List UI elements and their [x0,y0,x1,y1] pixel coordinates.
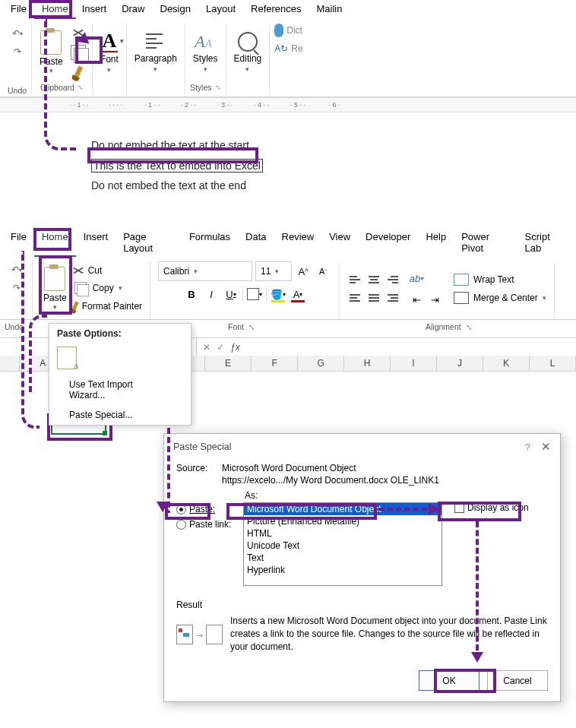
alignment-grid[interactable] [347,271,400,306]
as-option-hyperlink[interactable]: Hyperlink [244,564,441,576]
as-option-word-object[interactable]: Microsoft Word Document Object [244,503,441,515]
font-dropdown[interactable]: A▾ Font ▾ [97,24,122,81]
word-document-body[interactable]: Do not embed the text at the start This … [0,112,576,196]
paste-radio[interactable]: Paste: [176,504,239,514]
dialog-launcher-icon[interactable]: ⤡ [215,84,221,91]
ok-button[interactable]: OK [419,670,479,691]
excel-tab-formulas[interactable]: Formulas [182,228,238,257]
fill-color-button[interactable]: 🪣▾ [270,286,286,302]
styles-dropdown[interactable]: AA Styles ▾ [190,24,221,81]
excel-tab-data[interactable]: Data [238,228,274,257]
fx-icon[interactable]: ƒx [230,342,240,353]
dialog-launcher-icon[interactable]: ⤡ [466,323,472,331]
increase-indent-button[interactable]: ⇥ [426,291,443,308]
display-as-icon-checkbox[interactable]: Display as icon [454,502,529,513]
paste-option-keep-text-icon[interactable] [57,347,77,369]
excel-format-painter-button[interactable]: Format Painter [73,300,142,312]
doc-text-before[interactable]: Do not embed the text at the start [91,135,576,156]
col-header-k[interactable]: K [483,356,530,371]
excel-tab-help[interactable]: Help [418,228,454,257]
dialog-close-button[interactable]: ✕ [541,440,551,454]
word-paste-button[interactable]: Paste ▾ [36,29,66,76]
decrease-font-button[interactable]: Aˇ [315,263,331,280]
word-tab-design[interactable]: Design [153,0,198,19]
excel-redo-button[interactable]: ↷ [9,281,24,295]
select-all-cell[interactable] [0,356,20,371]
reuse-button[interactable]: A↻Re [274,43,302,54]
word-tab-file[interactable]: File [3,0,34,19]
orientation-button[interactable]: ab▾ [408,270,425,286]
enter-formula-icon[interactable]: ✓ [217,342,224,353]
annotation-arrowhead [157,502,169,512]
doc-text-after[interactable]: Do not embed the text at the end [91,176,576,196]
cancel-button[interactable]: Cancel [487,670,548,691]
col-header-i[interactable]: I [391,356,437,371]
align-bottom-center[interactable] [366,290,382,306]
col-header-j[interactable]: J [437,356,483,371]
italic-button[interactable]: I [203,286,220,302]
excel-paste-button[interactable]: Paste ▾ [40,265,70,312]
wrap-text-button[interactable]: Wrap Text [454,274,546,286]
merge-center-button[interactable]: Merge & Center▾ [454,292,546,304]
bold-button[interactable]: B [183,286,200,302]
excel-tab-insert[interactable]: Insert [76,228,116,257]
format-painter-button[interactable] [69,63,87,81]
font-color-button[interactable]: A▾ [290,286,306,302]
dialog-launcher-icon[interactable]: ⤡ [248,323,255,331]
decrease-indent-button[interactable]: ⇤ [408,291,425,308]
font-name-combo[interactable]: Calibri▾ [158,261,252,281]
align-bottom-left[interactable] [347,290,364,306]
dialog-launcher-icon[interactable]: ⤡ [78,84,84,91]
as-option-html[interactable]: HTML [244,527,441,540]
excel-undo-button[interactable]: ↶▾ [9,263,24,277]
as-option-unicode[interactable]: Unicode Text [244,540,441,552]
underline-button[interactable]: U▾ [223,286,239,302]
borders-button[interactable]: ▾ [246,286,263,302]
excel-tab-script-lab[interactable]: Script Lab [517,228,574,257]
formula-input[interactable] [246,338,576,356]
word-tab-references[interactable]: References [243,0,309,19]
word-tab-layout[interactable]: Layout [198,0,243,19]
align-top-right[interactable] [384,271,400,288]
col-header-g[interactable]: G [298,356,344,371]
as-option-text[interactable]: Text [244,552,441,564]
checkbox-icon [454,503,464,513]
excel-tab-page-layout[interactable]: Page Layout [116,228,182,257]
excel-tab-view[interactable]: View [321,228,358,257]
font-size-combo[interactable]: 11▾ [255,261,292,281]
paragraph-dropdown[interactable]: Paragraph ▾ [131,24,180,81]
dictate-button[interactable]: Dict [274,24,302,37]
dialog-help-button[interactable]: ? [525,442,530,453]
word-ruler[interactable]: · · 1 · ·· · · ·· 1 · ·· 2 · ·· 3 · ·· 4… [0,97,576,112]
excel-tab-power-pivot[interactable]: Power Pivot [454,228,517,257]
alignment-group-label: Alignment [426,322,461,331]
align-top-center[interactable] [366,271,382,288]
excel-tab-developer[interactable]: Developer [358,228,418,257]
paste-special-item[interactable]: Paste Special... [49,405,191,425]
excel-tab-home[interactable]: Home [34,228,76,257]
word-tab-mailings[interactable]: Mailin [309,0,350,19]
excel-cut-button[interactable]: Cut [73,265,142,276]
col-header-l[interactable]: L [530,356,576,371]
redo-icon[interactable]: ↷ [10,45,25,59]
align-top-left[interactable] [347,271,364,288]
excel-copy-button[interactable]: Copy▾ [73,280,142,296]
col-header-e[interactable]: E [205,356,252,371]
editing-dropdown[interactable]: Editing ▾ [231,24,265,81]
word-tab-insert[interactable]: Insert [74,0,115,19]
as-option-picture[interactable]: Picture (Enhanced Metafile) [244,515,441,527]
cancel-formula-icon[interactable]: ✕ [203,342,210,353]
text-import-wizard-item[interactable]: Use Text Import Wizard... [49,375,191,405]
word-tab-home[interactable]: Home [34,0,76,19]
undo-icon[interactable]: ↶▾ [10,27,25,40]
excel-tab-file[interactable]: File [3,228,34,257]
as-listbox[interactable]: Microsoft Word Document Object Picture (… [243,502,442,586]
doc-text-selected[interactable]: This is the Text to embed into Excel [91,159,263,173]
paste-link-radio[interactable]: Paste link: [176,519,239,530]
col-header-f[interactable]: F [252,356,298,371]
col-header-h[interactable]: H [344,356,391,371]
excel-tab-review[interactable]: Review [274,228,322,257]
align-bottom-right[interactable] [384,290,400,306]
increase-font-button[interactable]: A^ [295,263,312,280]
word-tab-draw[interactable]: Draw [114,0,152,19]
